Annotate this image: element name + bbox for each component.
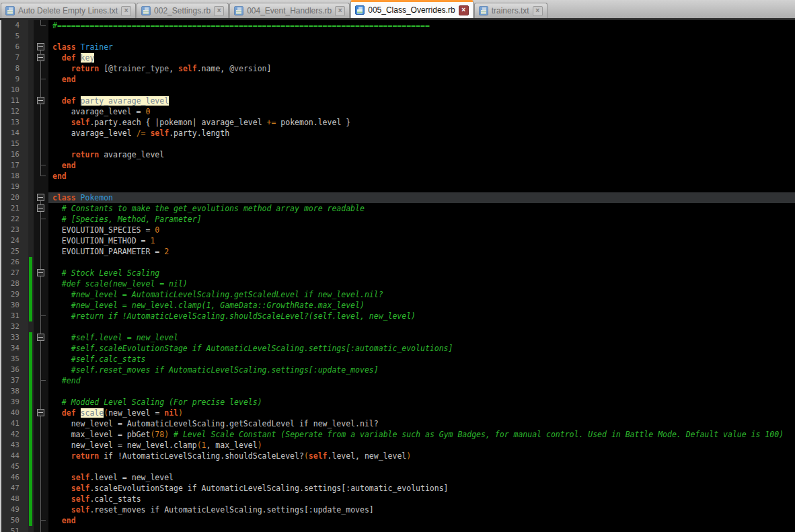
fold-margin[interactable] xyxy=(34,42,48,52)
fold-collapse-icon[interactable] xyxy=(37,204,44,212)
fold-margin[interactable] xyxy=(34,300,48,311)
code-text: def key xyxy=(48,52,795,63)
fold-margin[interactable] xyxy=(34,246,48,257)
fold-collapse-icon[interactable] xyxy=(37,334,44,341)
fold-margin[interactable] xyxy=(34,171,48,182)
fold-margin[interactable] xyxy=(34,343,48,354)
close-icon[interactable]: × xyxy=(533,6,543,16)
fold-margin[interactable] xyxy=(34,472,48,483)
code-line: 51 xyxy=(1,526,795,532)
fold-margin[interactable] xyxy=(34,214,48,225)
change-history-marker xyxy=(28,225,34,235)
fold-collapse-icon[interactable] xyxy=(37,409,44,416)
code-text: #end xyxy=(48,375,795,386)
change-history-marker xyxy=(28,494,34,504)
file-tab[interactable]: 005_Class_Overrides.rb × xyxy=(350,0,473,18)
file-tab[interactable]: trainers.txt × xyxy=(474,3,547,18)
fold-margin[interactable] xyxy=(34,429,48,440)
change-history-marker xyxy=(28,106,34,117)
fold-margin[interactable] xyxy=(34,311,48,321)
close-icon[interactable]: × xyxy=(459,5,469,15)
fold-margin[interactable] xyxy=(34,20,48,31)
fold-margin[interactable] xyxy=(34,461,48,472)
file-tab[interactable]: 004_Event_Handlers.rb × xyxy=(229,3,350,18)
fold-margin[interactable] xyxy=(34,117,48,128)
fold-collapse-icon[interactable] xyxy=(37,194,44,201)
fold-margin[interactable] xyxy=(34,106,48,117)
fold-margin[interactable] xyxy=(34,278,48,289)
fold-margin[interactable] xyxy=(34,203,48,214)
code-text: end xyxy=(48,515,795,526)
fold-margin[interactable] xyxy=(34,74,48,85)
code-text xyxy=(48,461,795,472)
change-history-marker xyxy=(28,526,34,532)
line-number: 23 xyxy=(1,225,28,235)
code-text: self.level = new_level xyxy=(48,472,795,483)
fold-margin[interactable] xyxy=(34,52,48,63)
fold-margin[interactable] xyxy=(34,365,48,375)
fold-margin[interactable] xyxy=(34,515,48,526)
fold-margin[interactable] xyxy=(34,332,48,343)
fold-margin[interactable] xyxy=(34,182,48,192)
tab-label: 004_Event_Handlers.rb xyxy=(247,6,332,15)
code-line: 24 EVOLUTION_METHOD = 1 xyxy=(1,235,795,246)
fold-margin[interactable] xyxy=(34,397,48,408)
fold-margin[interactable] xyxy=(34,526,48,532)
code-line: 39 # Modded Level Scaling (For precise l… xyxy=(1,397,795,408)
fold-margin[interactable] xyxy=(34,149,48,160)
code-line: 17 end xyxy=(1,160,795,171)
fold-margin[interactable] xyxy=(34,128,48,139)
fold-margin[interactable] xyxy=(34,257,48,268)
fold-margin[interactable] xyxy=(34,31,48,42)
code-line: 33 #self.level = new_level xyxy=(1,332,795,343)
change-history-marker xyxy=(28,365,34,375)
fold-margin[interactable] xyxy=(34,504,48,515)
fold-margin[interactable] xyxy=(34,235,48,246)
code-text xyxy=(48,386,795,397)
code-text: EVOLUTION_METHOD = 1 xyxy=(48,235,795,246)
line-number: 32 xyxy=(1,321,28,332)
fold-margin[interactable] xyxy=(34,386,48,397)
line-number: 35 xyxy=(1,354,28,365)
line-number: 36 xyxy=(1,365,28,375)
fold-margin[interactable] xyxy=(34,483,48,494)
fold-margin[interactable] xyxy=(34,96,48,106)
fold-margin[interactable] xyxy=(34,451,48,461)
change-history-marker xyxy=(28,472,34,483)
file-tab[interactable]: 002_Settings.rb × xyxy=(137,3,229,18)
close-icon[interactable]: × xyxy=(121,6,131,16)
fold-margin[interactable] xyxy=(34,418,48,429)
fold-collapse-icon[interactable] xyxy=(37,269,44,276)
fold-margin[interactable] xyxy=(34,160,48,171)
code-line: 11 def party_avarage_level xyxy=(1,96,795,106)
fold-margin[interactable] xyxy=(34,408,48,418)
fold-margin[interactable] xyxy=(34,494,48,504)
code-text: end xyxy=(48,160,795,171)
change-history-marker xyxy=(28,408,34,418)
close-icon[interactable]: × xyxy=(214,6,224,16)
fold-margin[interactable] xyxy=(34,440,48,451)
fold-margin[interactable] xyxy=(34,289,48,300)
file-tab[interactable]: Auto Delete Empty Lines.txt × xyxy=(1,3,136,18)
fold-margin[interactable] xyxy=(34,85,48,96)
code-text: end xyxy=(48,74,795,85)
notepad-plus-plus-window: { "tabs": [ {"label": "Auto Delete Empty… xyxy=(0,0,795,532)
fold-collapse-icon[interactable] xyxy=(37,43,44,50)
fold-collapse-icon[interactable] xyxy=(37,54,44,61)
code-line: 4 #=====================================… xyxy=(1,20,795,31)
fold-margin[interactable] xyxy=(34,321,48,332)
fold-margin[interactable] xyxy=(34,225,48,235)
close-icon[interactable]: × xyxy=(335,6,345,16)
code-line: 12 avarage_level = 0 xyxy=(1,106,795,117)
fold-margin[interactable] xyxy=(34,192,48,203)
fold-margin[interactable] xyxy=(34,375,48,386)
fold-margin[interactable] xyxy=(34,354,48,365)
line-number: 20 xyxy=(1,192,28,203)
code-line: 31 #return if !AutomaticLevelScaling.sho… xyxy=(1,311,795,321)
fold-margin[interactable] xyxy=(34,63,48,74)
fold-collapse-icon[interactable] xyxy=(37,97,44,104)
fold-margin[interactable] xyxy=(34,268,48,278)
change-history-marker xyxy=(28,182,34,192)
fold-margin[interactable] xyxy=(34,139,48,149)
line-number: 27 xyxy=(1,268,28,278)
